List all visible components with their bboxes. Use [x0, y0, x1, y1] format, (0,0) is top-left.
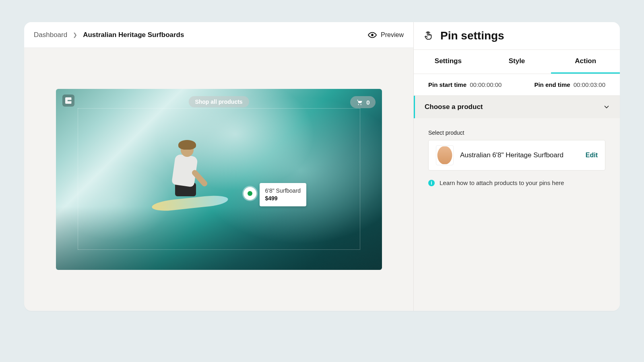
main-column: Dashboard ❯ Australian Heritage Surfboar… [24, 22, 414, 311]
side-panel: Pin settings Settings Style Action Pin s… [414, 22, 620, 311]
tab-style[interactable]: Style [483, 50, 551, 74]
tab-settings[interactable]: Settings [414, 50, 483, 74]
panel-tabs: Settings Style Action [414, 50, 620, 74]
hint-text: Learn how to attach products to your pin… [440, 179, 564, 186]
tab-action[interactable]: Action [551, 50, 620, 74]
canvas-area: Shop all products 0 6'8" Surfboard $499 [24, 48, 413, 311]
product-name: Australian 6'8" Heritage Surfboard [460, 151, 579, 159]
panel-title: Pin settings [440, 29, 504, 42]
breadcrumb-current: Australian Heritage Surfboards [83, 31, 184, 39]
svg-point-0 [371, 34, 374, 36]
pin-product-price: $499 [265, 195, 301, 202]
preview-button[interactable]: Preview [368, 31, 404, 39]
info-icon: i [428, 180, 435, 186]
cart-icon [356, 99, 363, 106]
pin-tooltip[interactable]: 6'8" Surfboard $499 [260, 183, 307, 206]
video-subject [158, 138, 215, 214]
app-window: Dashboard ❯ Australian Heritage Surfboar… [24, 22, 620, 311]
breadcrumb: Dashboard ❯ Australian Heritage Surfboar… [34, 31, 184, 39]
topbar: Dashboard ❯ Australian Heritage Surfboar… [24, 22, 413, 48]
pin-times: Pin start time 00:00:00:00 Pin end time … [414, 74, 620, 96]
accordion-title: Choose a product [425, 103, 483, 111]
preview-label: Preview [381, 31, 404, 39]
pin-product-name: 6'8" Surfboard [265, 187, 301, 195]
pin-marker[interactable] [244, 187, 256, 200]
video-background [56, 89, 382, 270]
pin-start-label: Pin start time [428, 81, 466, 88]
pin-end-label: Pin end time [534, 81, 570, 88]
product-thumbnail [436, 145, 454, 165]
shop-all-button[interactable]: Shop all products [188, 96, 249, 107]
accordion-body: Select product Australian 6'8" Heritage … [414, 118, 620, 186]
cart-button[interactable]: 0 [350, 96, 375, 108]
eye-icon [368, 31, 377, 39]
cart-count: 0 [366, 99, 369, 106]
selected-product-row[interactable]: Australian 6'8" Heritage Surfboard Edit [428, 140, 605, 171]
pin-end-value[interactable]: 00:00:03:00 [574, 81, 605, 88]
select-product-label: Select product [428, 130, 605, 136]
chevron-down-icon [603, 103, 610, 111]
breadcrumb-root[interactable]: Dashboard [34, 31, 67, 39]
choose-product-accordion[interactable]: Choose a product [414, 96, 620, 118]
svg-point-1 [358, 104, 359, 105]
panel-header: Pin settings [414, 22, 620, 50]
video-preview[interactable]: Shop all products 0 6'8" Surfboard $499 [56, 89, 382, 270]
edit-product-button[interactable]: Edit [586, 152, 598, 159]
tap-icon [423, 31, 434, 41]
pin-start-value[interactable]: 00:00:00:00 [470, 81, 502, 88]
svg-point-2 [361, 104, 361, 105]
chevron-right-icon: ❯ [73, 32, 77, 38]
surfboard-icon [437, 146, 453, 165]
brand-logo-icon [62, 95, 74, 107]
hint-row[interactable]: i Learn how to attach products to your p… [428, 179, 605, 186]
